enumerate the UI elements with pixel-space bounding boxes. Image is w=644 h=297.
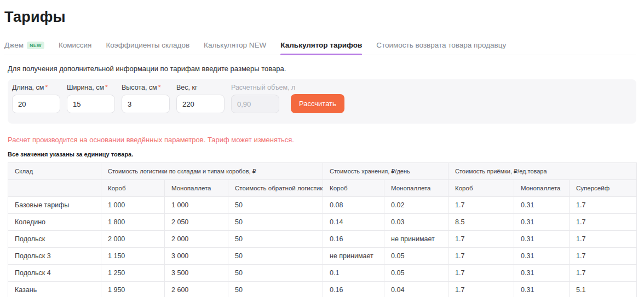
tab-calculator-new-label: Калькулятор NEW — [204, 41, 266, 49]
cell: 2 000 — [165, 231, 228, 248]
tab-return-cost-label: Стоимость возврата товара продавцу — [376, 41, 506, 49]
required-asterisk: * — [158, 84, 161, 91]
calculate-button[interactable]: Рассчитать — [291, 94, 344, 113]
table-group-header-row: Склад Стоимость логистики по складам и т… — [8, 163, 637, 180]
subheader-acceptance-box: Короб — [449, 180, 514, 197]
cell: 1 800 — [101, 214, 165, 231]
logistics-group-header: Стоимость логистики по складам и типам к… — [101, 163, 323, 180]
cell: не принимает — [323, 248, 384, 265]
subheader-logistics-box: Короб — [101, 180, 165, 197]
subheader-return-logistics: Стоимость обратной логистики (возврата) — [228, 180, 323, 197]
cell: 5.1 — [570, 282, 637, 297]
width-label: Ширина, см* — [67, 84, 115, 91]
cell: 1.7 — [449, 231, 514, 248]
cell: 0.16 — [323, 282, 384, 297]
tab-warehouse-coefficients[interactable]: Коэффициенты складов — [106, 41, 189, 55]
cell: 1 150 — [101, 248, 165, 265]
height-field-group: Высота, см* — [122, 84, 170, 113]
required-asterisk: * — [45, 84, 48, 91]
cell: 0.05 — [384, 265, 449, 282]
height-input[interactable] — [122, 95, 170, 113]
cell: 0.31 — [514, 214, 570, 231]
cell: 0.31 — [514, 231, 570, 248]
length-input[interactable] — [12, 95, 60, 113]
tab-warehouse-coefficients-label: Коэффициенты складов — [106, 41, 189, 49]
warehouse-column-header: Склад — [8, 163, 101, 180]
cell: 50 — [228, 282, 323, 297]
cell: 0.1 — [323, 265, 384, 282]
cell: 2 600 — [165, 282, 228, 297]
volume-input — [231, 95, 279, 113]
table-row: Подольск 3 1 150 3 000 50 не принимает 0… — [8, 248, 637, 265]
cell: 0.14 — [323, 214, 384, 231]
warehouse-name: Казань — [8, 282, 101, 297]
table-subheader-row: Короб Монопаллета Стоимость обратной лог… — [8, 180, 637, 197]
storage-group-header: Стоимость хранения, ₽/день — [323, 163, 449, 180]
cell: 1.7 — [570, 231, 637, 248]
table-row: Подольск 2 000 2 000 50 0.16 не принимае… — [8, 231, 637, 248]
cell: 2 050 — [165, 214, 228, 231]
cell: 0.08 — [323, 197, 384, 214]
note-text: Все значения указаны за единицу товара. — [8, 151, 636, 158]
cell: 1.7 — [449, 197, 514, 214]
cell: 0.03 — [384, 214, 449, 231]
volume-label: Расчетный объем, л — [231, 84, 279, 91]
cell: 0.31 — [514, 265, 570, 282]
cell: 3 000 — [165, 248, 228, 265]
cell: 1.7 — [570, 265, 637, 282]
tab-jam[interactable]: Джем NEW — [4, 41, 44, 55]
tab-return-cost[interactable]: Стоимость возврата товара продавцу — [376, 41, 506, 55]
warehouse-name: Подольск — [8, 231, 101, 248]
warehouse-name: Коледино — [8, 214, 101, 231]
cell: 50 — [228, 248, 323, 265]
empty-subheader — [8, 180, 101, 197]
cell: 0.05 — [384, 248, 449, 265]
cell: 8.5 — [449, 214, 514, 231]
cell: 1 950 — [101, 282, 165, 297]
cell: 1.7 — [570, 214, 637, 231]
tab-commission[interactable]: Комиссия — [59, 41, 92, 55]
width-input[interactable] — [67, 95, 115, 113]
new-badge: NEW — [27, 42, 44, 49]
acceptance-group-header: Стоимость приёмки, ₽/ед.товара — [449, 163, 637, 180]
height-label: Высота, см* — [122, 84, 170, 91]
cell: 0.04 — [384, 282, 449, 297]
cell: 0.31 — [514, 197, 570, 214]
tabs-bar: Джем NEW Комиссия Коэффициенты складов К… — [4, 41, 636, 55]
tab-commission-label: Комиссия — [59, 41, 92, 49]
tariffs-table: Склад Стоимость логистики по складам и т… — [8, 162, 637, 297]
cell: 50 — [228, 214, 323, 231]
description: Для получения дополнительной информации … — [8, 65, 636, 73]
cell: 1.7 — [570, 197, 637, 214]
cell: 1 000 — [101, 197, 165, 214]
length-field-group: Длина, см* — [12, 84, 60, 113]
cell: 1.7 — [449, 265, 514, 282]
subheader-storage-box: Короб — [323, 180, 384, 197]
weight-input[interactable] — [176, 95, 225, 113]
cell: 1 000 — [165, 197, 228, 214]
cell: 0.31 — [514, 282, 570, 297]
page-title: Тарифы — [4, 9, 636, 26]
width-field-group: Ширина, см* — [67, 84, 115, 113]
tab-calculator-new[interactable]: Калькулятор NEW — [204, 41, 266, 55]
tab-jam-label: Джем — [4, 41, 24, 49]
weight-field-group: Вес, кг — [176, 84, 225, 113]
cell: 0.31 — [514, 248, 570, 265]
tab-tariff-calculator[interactable]: Калькулятор тарифов — [280, 41, 362, 55]
table-row: Казань 1 950 2 600 50 0.16 0.04 1.7 0.31… — [8, 282, 637, 297]
table-row: Базовые тарифы 1 000 1 000 50 0.08 0.02 … — [8, 197, 637, 214]
cell: 1 250 — [101, 265, 165, 282]
cell: 50 — [228, 265, 323, 282]
weight-label: Вес, кг — [176, 84, 225, 91]
warehouse-name: Подольск 4 — [8, 265, 101, 282]
length-label: Длина, см* — [12, 84, 60, 91]
cell: 3 500 — [165, 265, 228, 282]
cell: 0.16 — [323, 231, 384, 248]
cell: не принимает — [384, 231, 449, 248]
required-asterisk: * — [105, 84, 108, 91]
cell: 1.7 — [449, 248, 514, 265]
subheader-supersafe: Суперсейф — [570, 180, 637, 197]
calculator-panel: Длина, см* Ширина, см* Высота, см* Вес, … — [8, 79, 636, 124]
cell: 50 — [228, 197, 323, 214]
table-row: Подольск 4 1 250 3 500 50 0.1 0.05 1.7 0… — [8, 265, 637, 282]
